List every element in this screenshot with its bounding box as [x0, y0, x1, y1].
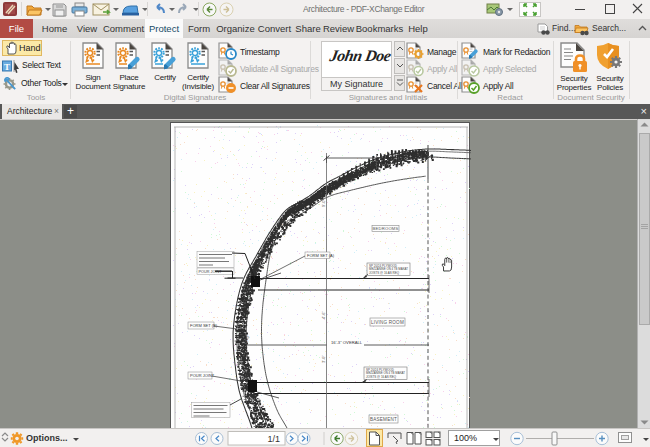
- svg-text:3'-0": 3'-0": [321, 354, 326, 363]
- svg-text:BASEMENT: BASEMENT: [370, 417, 397, 422]
- svg-text:9'-0": 9'-0": [321, 198, 326, 207]
- svg-text:LIVING ROOM: LIVING ROOM: [371, 320, 404, 325]
- svg-text:T: T: [4, 62, 10, 72]
- svg-text:JOISTS @ 16 AS REQ: JOISTS @ 16 AS REQ: [366, 375, 396, 379]
- svg-text:POUR JOINT: POUR JOINT: [190, 373, 215, 378]
- svg-text:4'-6": 4'-6": [321, 310, 326, 319]
- svg-text:BEDROOMS: BEDROOMS: [372, 226, 398, 231]
- svg-text:16'-3" OVERALL: 16'-3" OVERALL: [331, 340, 363, 345]
- svg-text:FORM SET (B): FORM SET (B): [190, 323, 218, 328]
- svg-text:1/1: 1/1: [267, 434, 280, 444]
- svg-text:JOISTS @ 16 AS REQ: JOISTS @ 16 AS REQ: [369, 271, 399, 275]
- svg-text:FORM SET (A): FORM SET (A): [307, 253, 335, 258]
